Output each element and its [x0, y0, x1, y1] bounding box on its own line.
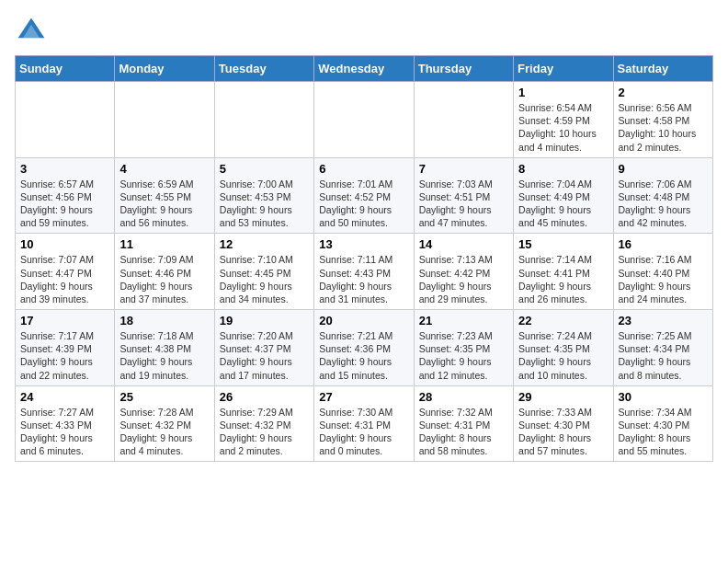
day-number: 13	[319, 237, 408, 251]
day-number: 10	[20, 237, 109, 251]
day-info: Sunrise: 7:28 AM Sunset: 4:32 PM Dayligh…	[119, 406, 209, 458]
calendar-day-header: Tuesday	[214, 56, 313, 82]
day-number: 5	[220, 162, 309, 176]
day-number: 15	[518, 237, 608, 251]
day-info: Sunrise: 7:14 AM Sunset: 4:41 PM Dayligh…	[518, 253, 608, 305]
calendar-cell: 9Sunrise: 7:06 AM Sunset: 4:48 PM Daylig…	[613, 157, 712, 234]
calendar-cell: 25Sunrise: 7:28 AM Sunset: 4:32 PM Dayli…	[115, 385, 214, 462]
calendar-week-row: 10Sunrise: 7:07 AM Sunset: 4:47 PM Dayli…	[16, 234, 713, 310]
calendar-cell	[414, 82, 513, 158]
calendar-cell	[314, 82, 414, 158]
day-info: Sunrise: 7:06 AM Sunset: 4:48 PM Dayligh…	[619, 178, 708, 230]
day-info: Sunrise: 7:10 AM Sunset: 4:45 PM Dayligh…	[220, 253, 309, 305]
header	[15, 15, 713, 48]
day-info: Sunrise: 6:57 AM Sunset: 4:56 PM Dayligh…	[20, 178, 109, 230]
calendar-day-header: Thursday	[414, 56, 513, 82]
calendar-day-header: Wednesday	[314, 56, 414, 82]
page-container: SundayMondayTuesdayWednesdayThursdayFrid…	[15, 15, 713, 462]
day-info: Sunrise: 6:54 AM Sunset: 4:59 PM Dayligh…	[518, 101, 608, 154]
calendar-week-row: 1Sunrise: 6:54 AM Sunset: 4:59 PM Daylig…	[16, 82, 713, 158]
day-number: 30	[619, 390, 708, 404]
calendar-cell: 30Sunrise: 7:34 AM Sunset: 4:30 PM Dayli…	[613, 385, 712, 462]
day-info: Sunrise: 7:03 AM Sunset: 4:51 PM Dayligh…	[419, 178, 508, 230]
day-number: 2	[619, 86, 708, 99]
calendar-cell: 13Sunrise: 7:11 AM Sunset: 4:43 PM Dayli…	[314, 234, 414, 310]
day-info: Sunrise: 6:59 AM Sunset: 4:55 PM Dayligh…	[119, 178, 209, 230]
day-number: 11	[119, 237, 209, 251]
day-number: 28	[419, 390, 508, 404]
day-number: 17	[20, 314, 109, 327]
day-info: Sunrise: 7:13 AM Sunset: 4:42 PM Dayligh…	[419, 253, 508, 305]
calendar-cell: 18Sunrise: 7:18 AM Sunset: 4:38 PM Dayli…	[115, 310, 214, 386]
calendar-cell	[16, 82, 115, 158]
day-number: 4	[119, 162, 209, 176]
day-number: 22	[518, 314, 608, 327]
calendar-cell: 15Sunrise: 7:14 AM Sunset: 4:41 PM Dayli…	[514, 234, 613, 310]
day-info: Sunrise: 7:00 AM Sunset: 4:53 PM Dayligh…	[220, 178, 309, 230]
calendar-day-header: Monday	[115, 56, 214, 82]
logo	[15, 15, 50, 48]
day-info: Sunrise: 7:27 AM Sunset: 4:33 PM Dayligh…	[20, 406, 109, 458]
calendar-cell: 1Sunrise: 6:54 AM Sunset: 4:59 PM Daylig…	[514, 82, 613, 158]
calendar-cell: 17Sunrise: 7:17 AM Sunset: 4:39 PM Dayli…	[16, 310, 115, 386]
day-number: 3	[20, 162, 109, 176]
day-number: 25	[119, 390, 209, 404]
day-info: Sunrise: 7:16 AM Sunset: 4:40 PM Dayligh…	[619, 253, 708, 305]
logo-icon	[15, 15, 48, 48]
calendar-cell: 16Sunrise: 7:16 AM Sunset: 4:40 PM Dayli…	[613, 234, 712, 310]
calendar-day-header: Sunday	[16, 56, 115, 82]
day-info: Sunrise: 7:23 AM Sunset: 4:35 PM Dayligh…	[419, 329, 508, 382]
calendar-cell: 14Sunrise: 7:13 AM Sunset: 4:42 PM Dayli…	[414, 234, 513, 310]
day-number: 12	[220, 237, 309, 251]
calendar-cell: 11Sunrise: 7:09 AM Sunset: 4:46 PM Dayli…	[115, 234, 214, 310]
calendar-cell: 2Sunrise: 6:56 AM Sunset: 4:58 PM Daylig…	[613, 82, 712, 158]
calendar-cell: 3Sunrise: 6:57 AM Sunset: 4:56 PM Daylig…	[16, 157, 115, 234]
calendar-cell: 21Sunrise: 7:23 AM Sunset: 4:35 PM Dayli…	[414, 310, 513, 386]
day-info: Sunrise: 7:17 AM Sunset: 4:39 PM Dayligh…	[20, 329, 109, 382]
day-number: 27	[319, 390, 408, 404]
calendar-week-row: 3Sunrise: 6:57 AM Sunset: 4:56 PM Daylig…	[16, 157, 713, 234]
day-number: 19	[220, 314, 309, 327]
day-info: Sunrise: 7:04 AM Sunset: 4:49 PM Dayligh…	[518, 178, 608, 230]
day-info: Sunrise: 7:11 AM Sunset: 4:43 PM Dayligh…	[319, 253, 408, 305]
day-info: Sunrise: 7:18 AM Sunset: 4:38 PM Dayligh…	[119, 329, 209, 382]
calendar-day-header: Friday	[514, 56, 613, 82]
calendar-cell: 8Sunrise: 7:04 AM Sunset: 4:49 PM Daylig…	[514, 157, 613, 234]
day-info: Sunrise: 7:09 AM Sunset: 4:46 PM Dayligh…	[119, 253, 209, 305]
calendar-day-header: Saturday	[613, 56, 712, 82]
calendar-week-row: 24Sunrise: 7:27 AM Sunset: 4:33 PM Dayli…	[16, 385, 713, 462]
day-info: Sunrise: 7:25 AM Sunset: 4:34 PM Dayligh…	[619, 329, 708, 382]
day-info: Sunrise: 7:20 AM Sunset: 4:37 PM Dayligh…	[220, 329, 309, 382]
calendar-cell: 10Sunrise: 7:07 AM Sunset: 4:47 PM Dayli…	[16, 234, 115, 310]
calendar-cell: 29Sunrise: 7:33 AM Sunset: 4:30 PM Dayli…	[514, 385, 613, 462]
day-number: 29	[518, 390, 608, 404]
day-number: 7	[419, 162, 508, 176]
day-info: Sunrise: 7:01 AM Sunset: 4:52 PM Dayligh…	[319, 178, 408, 230]
calendar-cell: 26Sunrise: 7:29 AM Sunset: 4:32 PM Dayli…	[214, 385, 313, 462]
day-info: Sunrise: 7:21 AM Sunset: 4:36 PM Dayligh…	[319, 329, 408, 382]
day-number: 14	[419, 237, 508, 251]
day-number: 1	[518, 86, 608, 99]
day-info: Sunrise: 7:29 AM Sunset: 4:32 PM Dayligh…	[220, 406, 309, 458]
day-info: Sunrise: 7:33 AM Sunset: 4:30 PM Dayligh…	[518, 406, 608, 458]
day-number: 20	[319, 314, 408, 327]
calendar-cell	[115, 82, 214, 158]
calendar-week-row: 17Sunrise: 7:17 AM Sunset: 4:39 PM Dayli…	[16, 310, 713, 386]
calendar-cell: 5Sunrise: 7:00 AM Sunset: 4:53 PM Daylig…	[214, 157, 313, 234]
day-number: 21	[419, 314, 508, 327]
day-info: Sunrise: 7:32 AM Sunset: 4:31 PM Dayligh…	[419, 406, 508, 458]
day-info: Sunrise: 7:07 AM Sunset: 4:47 PM Dayligh…	[20, 253, 109, 305]
calendar-cell: 28Sunrise: 7:32 AM Sunset: 4:31 PM Dayli…	[414, 385, 513, 462]
calendar-cell: 23Sunrise: 7:25 AM Sunset: 4:34 PM Dayli…	[613, 310, 712, 386]
day-number: 18	[119, 314, 209, 327]
day-number: 26	[220, 390, 309, 404]
day-number: 9	[619, 162, 708, 176]
day-number: 23	[619, 314, 708, 327]
calendar-cell: 20Sunrise: 7:21 AM Sunset: 4:36 PM Dayli…	[314, 310, 414, 386]
calendar-cell	[214, 82, 313, 158]
day-info: Sunrise: 7:24 AM Sunset: 4:35 PM Dayligh…	[518, 329, 608, 382]
day-number: 6	[319, 162, 408, 176]
day-info: Sunrise: 7:30 AM Sunset: 4:31 PM Dayligh…	[319, 406, 408, 458]
calendar-header-row: SundayMondayTuesdayWednesdayThursdayFrid…	[16, 56, 713, 82]
calendar-cell: 19Sunrise: 7:20 AM Sunset: 4:37 PM Dayli…	[214, 310, 313, 386]
